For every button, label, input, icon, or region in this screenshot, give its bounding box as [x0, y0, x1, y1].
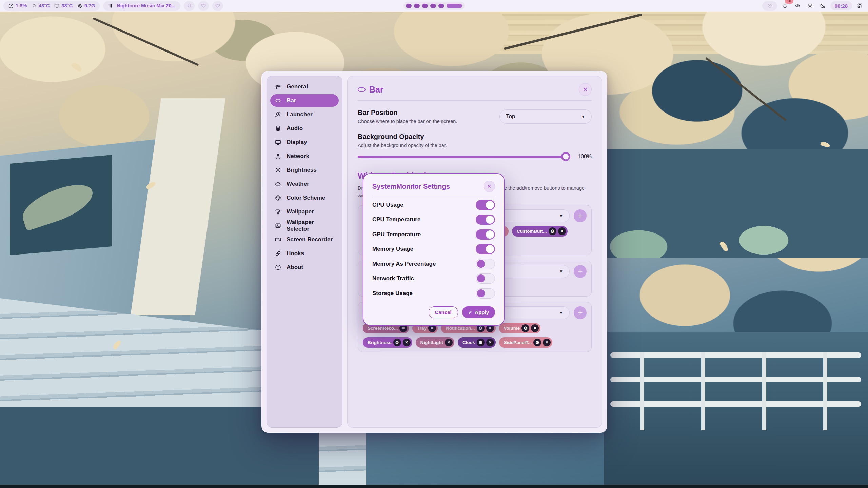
sidebar-item-brightness[interactable]: Brightness — [270, 164, 339, 176]
sidebar-item-label: About — [287, 264, 303, 271]
widget-remove-button[interactable]: ✕ — [445, 339, 453, 346]
heart-icon[interactable] — [198, 1, 209, 11]
widget-chip-label: Notification... — [446, 326, 475, 331]
widget-settings-button[interactable]: ⚙ — [393, 339, 401, 346]
sidebar-item-color-scheme[interactable]: Color Scheme — [270, 191, 339, 204]
toggle-row: Memory Usage — [372, 242, 495, 257]
background-opacity-value: 100% — [575, 154, 592, 160]
sidebar-item-screen-recorder[interactable]: Screen Recorder — [270, 233, 339, 246]
toggle-knob — [477, 260, 485, 268]
system-monitor-module[interactable]: 1.8% 43°C 38°C 9.7G — [3, 1, 100, 11]
widget-chip-clock[interactable]: Clock ⚙ ✕ — [458, 337, 496, 348]
chevron-down-icon: ▼ — [559, 214, 563, 218]
workspace-dot-3[interactable] — [422, 4, 428, 8]
media-module[interactable]: Nightcore Music Mix 20... — [103, 1, 180, 11]
sidebar-item-network[interactable]: Network — [270, 150, 339, 162]
sidebar-item-about[interactable]: About — [270, 261, 339, 273]
toggle-cpu-usage[interactable] — [476, 200, 495, 210]
night-light-button[interactable] — [818, 1, 827, 11]
system-stat-value: 43°C — [39, 3, 50, 8]
widget-settings-button[interactable]: ⚙ — [533, 339, 541, 346]
toggle-network-traffic[interactable] — [476, 273, 495, 284]
heart-icon[interactable] — [212, 1, 223, 11]
modal-close-button[interactable]: ✕ — [484, 181, 495, 192]
toggle-memory-usage[interactable] — [476, 244, 495, 254]
ghost-icon[interactable] — [184, 1, 195, 11]
widget-chip-label: Clock — [462, 340, 475, 345]
rocket-icon — [275, 111, 281, 118]
bar-position-dropdown[interactable]: Top ▼ — [499, 109, 592, 124]
widget-chip-label: Brightness — [368, 340, 392, 345]
notification-badge: 10 — [785, 0, 793, 4]
widget-remove-button[interactable]: ✕ — [558, 227, 566, 235]
workspace-dot-6[interactable] — [447, 4, 462, 8]
widget-chip-volume[interactable]: Volume ⚙ ✕ — [499, 323, 541, 333]
add-widget-button[interactable]: + — [574, 265, 587, 278]
brightness-button[interactable] — [805, 1, 815, 11]
background-opacity-slider[interactable] — [358, 156, 569, 158]
apply-button[interactable]: ✓ Apply — [462, 306, 495, 318]
screen-recorder-indicator[interactable] — [762, 1, 777, 11]
clock-module[interactable]: 00:28 — [830, 1, 852, 10]
widget-remove-button[interactable]: ✕ — [403, 339, 411, 346]
sliders-icon — [275, 83, 281, 90]
page-title: Bar — [369, 85, 383, 95]
sidebar-item-hooks[interactable]: Hooks — [270, 247, 339, 260]
widget-settings-button[interactable]: ⚙ — [549, 227, 556, 235]
divider — [358, 100, 592, 101]
sidebar-item-wallpaper[interactable]: Wallpaper — [270, 205, 339, 218]
sidebar-item-wallpaper-selector[interactable]: Wallpaper Selector — [270, 219, 339, 232]
bar-position-value: Top — [506, 113, 515, 120]
add-widget-button[interactable]: + — [574, 306, 587, 319]
toggle-row: GPU Temperature — [372, 227, 495, 242]
workspace-dot-5[interactable] — [438, 4, 444, 8]
sun-icon — [275, 167, 281, 174]
sidebar-item-display[interactable]: Display — [270, 136, 339, 148]
toggle-memory-as-percentage[interactable] — [476, 259, 495, 269]
add-widget-button[interactable]: + — [574, 209, 587, 222]
workspaces-module — [403, 2, 465, 10]
notifications-button[interactable]: 10 — [780, 1, 790, 11]
system-stat-value: 9.7G — [84, 3, 95, 8]
wallpaper-railing-post — [640, 352, 644, 430]
workspace-dot-2[interactable] — [414, 4, 420, 8]
sidebar-item-audio[interactable]: Audio — [270, 122, 339, 135]
info-icon — [275, 264, 281, 271]
widget-chip-nightlight[interactable]: NightLight ✕ — [416, 337, 454, 348]
top-bar: 1.8% 43°C 38°C 9.7G Nightcore Music Mix … — [0, 0, 868, 12]
widget-chip-custombutt[interactable]: CustomButt... ⚙ ✕ — [512, 226, 568, 237]
paint-roller-icon — [275, 208, 281, 215]
window-close-button[interactable]: ✕ — [579, 83, 592, 96]
widget-settings-button[interactable]: ⚙ — [477, 339, 485, 346]
chevron-down-icon: ▼ — [559, 269, 563, 274]
toggle-storage-usage[interactable] — [476, 288, 495, 299]
volume-button[interactable] — [793, 1, 802, 11]
sidebar-item-label: Display — [287, 139, 307, 146]
sidebar-item-launcher[interactable]: Launcher — [270, 108, 339, 121]
sidebar-item-label: Hooks — [287, 250, 304, 257]
widget-chip-sidepanelt[interactable]: SidePanelT... ⚙ ✕ — [499, 337, 553, 348]
brightness-icon — [807, 3, 813, 9]
cancel-button-label: Cancel — [435, 309, 452, 315]
toggle-label: Storage Usage — [372, 290, 413, 297]
bar-pill-icon — [358, 87, 366, 92]
workspace-dot-4[interactable] — [430, 4, 436, 8]
widget-settings-button[interactable]: ⚙ — [521, 324, 529, 332]
toggle-gpu-temperature[interactable] — [476, 229, 495, 240]
workspace-dot-1[interactable] — [406, 4, 412, 8]
cancel-button[interactable]: Cancel — [429, 306, 458, 318]
dashboard-button[interactable] — [855, 1, 865, 11]
slider-knob[interactable] — [561, 152, 570, 161]
widget-chip-brightness[interactable]: Brightness ⚙ ✕ — [363, 337, 412, 348]
sidebar-item-label: Audio — [287, 125, 303, 132]
sidebar-item-general[interactable]: General — [270, 80, 339, 93]
widget-remove-button[interactable]: ✕ — [486, 339, 494, 346]
widget-remove-button[interactable]: ✕ — [531, 324, 539, 332]
bar-pill-icon — [275, 97, 281, 104]
toggle-cpu-temperature[interactable] — [476, 215, 495, 225]
toggle-label: Network Traffic — [372, 275, 414, 282]
sidebar-item-weather[interactable]: Weather — [270, 178, 339, 190]
widget-remove-button[interactable]: ✕ — [543, 339, 551, 346]
sidebar-item-label: Color Scheme — [287, 195, 325, 201]
sidebar-item-bar[interactable]: Bar — [270, 94, 339, 107]
